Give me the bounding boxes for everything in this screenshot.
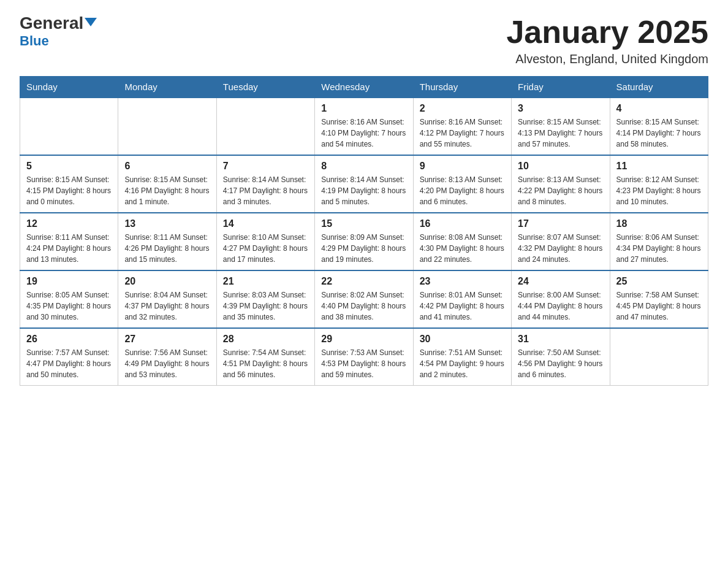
- weekday-header-monday: Monday: [118, 77, 216, 98]
- day-number: 12: [26, 218, 112, 229]
- day-info: Sunrise: 8:13 AM Sunset: 4:20 PM Dayligh…: [420, 174, 505, 207]
- calendar-cell: 23Sunrise: 8:01 AM Sunset: 4:42 PM Dayli…: [413, 270, 511, 328]
- page-header: General Blue January 2025 Alveston, Engl…: [20, 15, 708, 66]
- calendar-cell: 30Sunrise: 7:51 AM Sunset: 4:54 PM Dayli…: [413, 328, 511, 386]
- day-number: 25: [616, 276, 702, 287]
- day-info: Sunrise: 7:57 AM Sunset: 4:47 PM Dayligh…: [26, 347, 112, 380]
- day-info: Sunrise: 8:15 AM Sunset: 4:14 PM Dayligh…: [616, 117, 702, 150]
- day-number: 4: [616, 103, 702, 114]
- calendar-cell: 16Sunrise: 8:08 AM Sunset: 4:30 PM Dayli…: [413, 213, 511, 270]
- calendar-cell: 19Sunrise: 8:05 AM Sunset: 4:35 PM Dayli…: [20, 270, 118, 328]
- calendar-cell: 10Sunrise: 8:13 AM Sunset: 4:22 PM Dayli…: [512, 155, 610, 213]
- calendar-cell: 18Sunrise: 8:06 AM Sunset: 4:34 PM Dayli…: [610, 213, 708, 270]
- day-info: Sunrise: 8:06 AM Sunset: 4:34 PM Dayligh…: [616, 232, 702, 265]
- day-number: 28: [223, 334, 308, 345]
- calendar-cell: 5Sunrise: 8:15 AM Sunset: 4:15 PM Daylig…: [20, 155, 118, 213]
- day-number: 11: [616, 161, 702, 172]
- day-info: Sunrise: 7:54 AM Sunset: 4:51 PM Dayligh…: [223, 347, 308, 380]
- day-number: 5: [26, 161, 112, 172]
- day-number: 26: [26, 334, 112, 345]
- day-info: Sunrise: 8:15 AM Sunset: 4:13 PM Dayligh…: [518, 117, 603, 150]
- calendar-cell: 29Sunrise: 7:53 AM Sunset: 4:53 PM Dayli…: [315, 328, 413, 386]
- calendar-cell: [610, 328, 708, 386]
- calendar-cell: 15Sunrise: 8:09 AM Sunset: 4:29 PM Dayli…: [315, 213, 413, 270]
- weekday-header-thursday: Thursday: [413, 77, 511, 98]
- logo-general-blue: General: [20, 15, 97, 32]
- calendar-cell: 8Sunrise: 8:14 AM Sunset: 4:19 PM Daylig…: [315, 155, 413, 213]
- calendar-cell: 26Sunrise: 7:57 AM Sunset: 4:47 PM Dayli…: [20, 328, 118, 386]
- calendar-table: SundayMondayTuesdayWednesdayThursdayFrid…: [20, 76, 708, 386]
- calendar-cell: 22Sunrise: 8:02 AM Sunset: 4:40 PM Dayli…: [315, 270, 413, 328]
- day-number: 29: [321, 334, 406, 345]
- month-title: January 2025: [506, 15, 708, 50]
- day-info: Sunrise: 8:01 AM Sunset: 4:42 PM Dayligh…: [420, 289, 505, 323]
- day-info: Sunrise: 8:08 AM Sunset: 4:30 PM Dayligh…: [420, 232, 505, 265]
- calendar-cell: 3Sunrise: 8:15 AM Sunset: 4:13 PM Daylig…: [512, 98, 610, 155]
- calendar-cell: 27Sunrise: 7:56 AM Sunset: 4:49 PM Dayli…: [118, 328, 216, 386]
- day-info: Sunrise: 8:15 AM Sunset: 4:16 PM Dayligh…: [124, 174, 210, 207]
- day-number: 10: [518, 161, 603, 172]
- day-info: Sunrise: 8:13 AM Sunset: 4:22 PM Dayligh…: [518, 174, 603, 207]
- calendar-cell: 1Sunrise: 8:16 AM Sunset: 4:10 PM Daylig…: [315, 98, 413, 155]
- logo-triangle-icon: [85, 18, 97, 26]
- day-info: Sunrise: 8:16 AM Sunset: 4:10 PM Dayligh…: [321, 117, 406, 150]
- day-number: 23: [420, 276, 505, 287]
- calendar-cell: 12Sunrise: 8:11 AM Sunset: 4:24 PM Dayli…: [20, 213, 118, 270]
- calendar-cell: 24Sunrise: 8:00 AM Sunset: 4:44 PM Dayli…: [512, 270, 610, 328]
- day-info: Sunrise: 8:14 AM Sunset: 4:17 PM Dayligh…: [223, 174, 308, 207]
- calendar-cell: 25Sunrise: 7:58 AM Sunset: 4:45 PM Dayli…: [610, 270, 708, 328]
- day-number: 9: [420, 161, 505, 172]
- calendar-cell: 28Sunrise: 7:54 AM Sunset: 4:51 PM Dayli…: [216, 328, 314, 386]
- calendar-cell: 11Sunrise: 8:12 AM Sunset: 4:23 PM Dayli…: [610, 155, 708, 213]
- calendar-cell: 31Sunrise: 7:50 AM Sunset: 4:56 PM Dayli…: [512, 328, 610, 386]
- day-number: 1: [321, 103, 406, 114]
- day-number: 30: [420, 334, 505, 345]
- day-info: Sunrise: 8:12 AM Sunset: 4:23 PM Dayligh…: [616, 174, 702, 207]
- calendar-cell: 4Sunrise: 8:15 AM Sunset: 4:14 PM Daylig…: [610, 98, 708, 155]
- day-info: Sunrise: 8:16 AM Sunset: 4:12 PM Dayligh…: [420, 117, 505, 150]
- week-row-2: 12Sunrise: 8:11 AM Sunset: 4:24 PM Dayli…: [20, 213, 708, 270]
- calendar-cell: 2Sunrise: 8:16 AM Sunset: 4:12 PM Daylig…: [413, 98, 511, 155]
- calendar-cell: 7Sunrise: 8:14 AM Sunset: 4:17 PM Daylig…: [216, 155, 314, 213]
- weekday-header-row: SundayMondayTuesdayWednesdayThursdayFrid…: [20, 77, 708, 98]
- day-info: Sunrise: 8:14 AM Sunset: 4:19 PM Dayligh…: [321, 174, 406, 207]
- calendar-cell: 14Sunrise: 8:10 AM Sunset: 4:27 PM Dayli…: [216, 213, 314, 270]
- day-number: 13: [124, 218, 210, 229]
- logo-blue-text: Blue: [20, 33, 49, 49]
- day-info: Sunrise: 8:00 AM Sunset: 4:44 PM Dayligh…: [518, 289, 603, 323]
- day-info: Sunrise: 8:10 AM Sunset: 4:27 PM Dayligh…: [223, 232, 308, 265]
- calendar-cell: 9Sunrise: 8:13 AM Sunset: 4:20 PM Daylig…: [413, 155, 511, 213]
- day-number: 14: [223, 218, 308, 229]
- logo-general-text: General: [20, 13, 97, 33]
- calendar-cell: 17Sunrise: 8:07 AM Sunset: 4:32 PM Dayli…: [512, 213, 610, 270]
- day-number: 2: [420, 103, 505, 114]
- weekday-header-wednesday: Wednesday: [315, 77, 413, 98]
- day-number: 19: [26, 276, 112, 287]
- calendar-cell: 6Sunrise: 8:15 AM Sunset: 4:16 PM Daylig…: [118, 155, 216, 213]
- day-info: Sunrise: 8:15 AM Sunset: 4:15 PM Dayligh…: [26, 174, 112, 207]
- day-info: Sunrise: 7:56 AM Sunset: 4:49 PM Dayligh…: [124, 347, 210, 380]
- day-info: Sunrise: 8:11 AM Sunset: 4:24 PM Dayligh…: [26, 232, 112, 265]
- day-number: 16: [420, 218, 505, 229]
- day-number: 15: [321, 218, 406, 229]
- calendar-cell: 20Sunrise: 8:04 AM Sunset: 4:37 PM Dayli…: [118, 270, 216, 328]
- day-number: 17: [518, 218, 603, 229]
- weekday-header-saturday: Saturday: [610, 77, 708, 98]
- day-info: Sunrise: 8:05 AM Sunset: 4:35 PM Dayligh…: [26, 289, 112, 323]
- day-number: 27: [124, 334, 210, 345]
- weekday-header-friday: Friday: [512, 77, 610, 98]
- day-info: Sunrise: 8:02 AM Sunset: 4:40 PM Dayligh…: [321, 289, 406, 323]
- day-info: Sunrise: 7:51 AM Sunset: 4:54 PM Dayligh…: [420, 347, 505, 380]
- day-number: 8: [321, 161, 406, 172]
- day-info: Sunrise: 7:53 AM Sunset: 4:53 PM Dayligh…: [321, 347, 406, 380]
- week-row-0: 1Sunrise: 8:16 AM Sunset: 4:10 PM Daylig…: [20, 98, 708, 155]
- day-number: 7: [223, 161, 308, 172]
- day-info: Sunrise: 8:09 AM Sunset: 4:29 PM Dayligh…: [321, 232, 406, 265]
- day-number: 31: [518, 334, 603, 345]
- day-number: 3: [518, 103, 603, 114]
- calendar-cell: 21Sunrise: 8:03 AM Sunset: 4:39 PM Dayli…: [216, 270, 314, 328]
- calendar-cell: [216, 98, 314, 155]
- title-block: January 2025 Alveston, England, United K…: [506, 15, 708, 66]
- week-row-1: 5Sunrise: 8:15 AM Sunset: 4:15 PM Daylig…: [20, 155, 708, 213]
- location-title: Alveston, England, United Kingdom: [506, 52, 708, 66]
